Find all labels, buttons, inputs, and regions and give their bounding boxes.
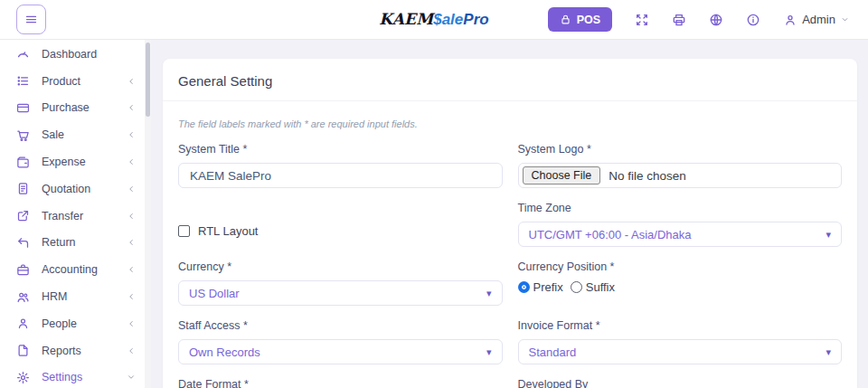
- card-body: The field labels marked with * are requi…: [163, 101, 857, 388]
- wallet-icon: [16, 156, 30, 169]
- globe-icon: [709, 13, 723, 27]
- field-currency-position: Currency Position * Prefix Suffix: [518, 260, 843, 306]
- chevron-left-icon: [127, 185, 136, 194]
- share-icon: [16, 209, 30, 222]
- staff-access-select[interactable]: Own Records ▾: [178, 339, 503, 364]
- sidebar-item-quotation[interactable]: Quotation: [0, 175, 145, 203]
- system-title-label: System Title *: [178, 143, 503, 156]
- sidebar-item-purchase[interactable]: Purchase: [0, 95, 145, 122]
- caret-down-icon: ▾: [826, 347, 831, 357]
- sidebar: Dashboard Product Purchase Sale: [0, 40, 151, 388]
- system-title-input[interactable]: [178, 163, 503, 188]
- printer-icon: [672, 13, 686, 27]
- caret-down-icon: ▾: [486, 289, 492, 298]
- main-content: General Setting The field labels marked …: [151, 40, 868, 388]
- sidebar-item-label: People: [42, 317, 77, 330]
- scrollbar-thumb[interactable]: [146, 43, 150, 117]
- choose-file-button[interactable]: Choose File: [523, 166, 601, 185]
- currency-label: Currency *: [178, 260, 503, 273]
- sidebar-nav: Dashboard Product Purchase Sale: [0, 40, 145, 388]
- system-logo-label: System Logo *: [518, 143, 843, 156]
- currency-select[interactable]: US Dollar ▾: [178, 280, 503, 306]
- page-title: General Setting: [178, 73, 842, 89]
- suffix-radio[interactable]: [571, 281, 582, 293]
- person-icon: [16, 317, 30, 330]
- field-staff-access: Staff Access * Own Records ▾: [178, 319, 503, 364]
- sidebar-item-sale[interactable]: Sale: [0, 121, 145, 148]
- sidebar-item-label: Purchase: [42, 101, 90, 114]
- sidebar-item-hrm[interactable]: HRM: [0, 283, 145, 310]
- chevron-left-icon: [127, 319, 136, 328]
- currency-position-label: Currency Position *: [518, 260, 843, 273]
- time-zone-label: Time Zone: [518, 202, 843, 214]
- rtl-layout-checkbox[interactable]: [178, 225, 190, 237]
- app-window: KAEM$alePro POS Admin: [0, 0, 868, 388]
- field-invoice-format: Invoice Format * Standard ▾: [518, 319, 843, 364]
- sidebar-item-people[interactable]: People: [0, 310, 145, 337]
- chevron-left-icon: [127, 346, 136, 355]
- invoice-format-select[interactable]: Standard ▾: [518, 339, 843, 364]
- return-arrow-icon: [16, 236, 30, 250]
- pos-button[interactable]: POS: [548, 7, 612, 32]
- chevron-left-icon: [127, 212, 136, 221]
- chevron-left-icon: [127, 103, 136, 112]
- staff-access-label: Staff Access *: [178, 319, 503, 332]
- invoice-format-value: Standard: [529, 345, 577, 359]
- invoice-format-label: Invoice Format *: [518, 319, 843, 332]
- field-system-logo: System Logo * Choose File No file chosen: [518, 143, 843, 188]
- logo-kaem: KAEM: [379, 10, 433, 28]
- sidebar-item-reports[interactable]: Reports: [0, 337, 145, 364]
- sidebar-item-label: Transfer: [42, 210, 83, 222]
- document-icon: [16, 182, 30, 195]
- info-button[interactable]: [746, 13, 760, 27]
- cart-icon: [16, 128, 30, 142]
- printer-button[interactable]: [672, 13, 686, 27]
- fullscreen-button[interactable]: [635, 13, 649, 27]
- sidebar-item-label: Sale: [42, 128, 64, 141]
- sidebar-item-label: Dashboard: [42, 48, 97, 61]
- chevron-down-icon: [127, 373, 136, 382]
- credit-card-icon: [16, 101, 30, 115]
- chevron-left-icon: [127, 77, 136, 86]
- speedometer-icon: [16, 47, 30, 61]
- caret-down-icon: ▾: [826, 230, 831, 240]
- menu-toggle-button[interactable]: [16, 5, 46, 34]
- users-icon: [16, 290, 30, 304]
- sidebar-item-return[interactable]: Return: [0, 230, 145, 257]
- sidebar-scrollbar[interactable]: [145, 40, 151, 388]
- sidebar-item-product[interactable]: Product: [0, 68, 145, 95]
- gear-icon: [16, 371, 30, 384]
- sidebar-item-label: Product: [42, 75, 80, 88]
- body-row: Dashboard Product Purchase Sale: [0, 40, 868, 388]
- admin-label: Admin: [802, 13, 835, 26]
- prefix-radio[interactable]: [518, 281, 530, 293]
- required-fields-note: The field labels marked with * are requi…: [178, 118, 842, 129]
- date-format-label: Date Format *: [178, 378, 503, 388]
- user-icon: [783, 13, 797, 27]
- developed-by-label: Developed By: [518, 378, 843, 388]
- header-actions: POS Admin: [548, 7, 850, 32]
- system-logo-file-input[interactable]: Choose File No file chosen: [518, 163, 843, 188]
- chevron-left-icon: [127, 292, 136, 301]
- sidebar-item-label: Settings: [42, 371, 82, 383]
- field-developed-by: Developed By: [518, 378, 843, 388]
- field-system-title: System Title *: [178, 143, 503, 188]
- header: KAEM$alePro POS Admin: [0, 0, 868, 40]
- sidebar-item-settings[interactable]: Settings: [0, 364, 145, 388]
- settings-form: System Title * System Logo * Choose File…: [178, 143, 842, 388]
- chevron-left-icon: [127, 265, 136, 274]
- sidebar-item-transfer[interactable]: Transfer: [0, 203, 145, 230]
- rtl-layout-label: RTL Layout: [198, 224, 259, 238]
- admin-menu[interactable]: Admin: [783, 13, 850, 27]
- list-icon: [16, 74, 30, 88]
- sidebar-item-dashboard[interactable]: Dashboard: [0, 41, 145, 68]
- hamburger-icon: [24, 13, 38, 26]
- prefix-radio-label: Prefix: [533, 280, 563, 294]
- language-button[interactable]: [709, 13, 723, 27]
- chevron-left-icon: [127, 238, 136, 247]
- general-setting-card: General Setting The field labels marked …: [163, 59, 857, 388]
- sidebar-item-expense[interactable]: Expense: [0, 148, 145, 175]
- time-zone-select[interactable]: UTC/GMT +06:00 - Asia/Dhaka ▾: [518, 222, 843, 247]
- briefcase-icon: [16, 263, 30, 277]
- sidebar-item-accounting[interactable]: Accounting: [0, 256, 145, 283]
